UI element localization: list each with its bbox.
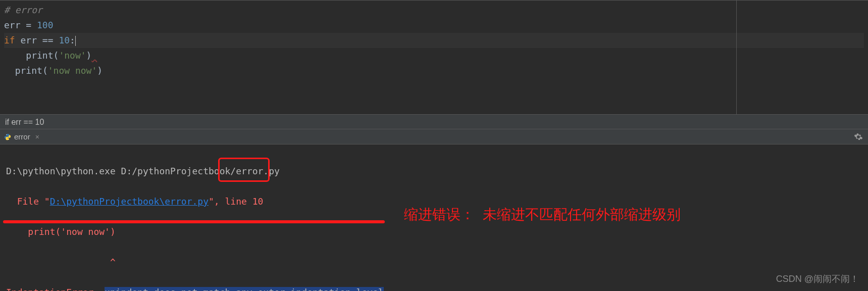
python-file-icon xyxy=(4,133,11,140)
watermark: CSDN @闹闹不闹！ xyxy=(776,273,859,285)
gear-icon[interactable] xyxy=(854,132,863,143)
svg-point-1 xyxy=(9,138,9,139)
selected-error-text: unindent does not match any outer indent… xyxy=(105,287,384,291)
console-line-error: IndentationError: unindent does not matc… xyxy=(6,285,862,291)
breadcrumb-text: if err == 10 xyxy=(5,118,44,126)
code-line-4: print('now') xyxy=(4,48,864,63)
error-file-link[interactable]: D:\pythonProjectbook\error.py xyxy=(50,196,209,207)
run-tool-window-tabs: error × xyxy=(0,129,868,144)
code-line-5: print('now now') xyxy=(4,63,864,78)
code-line-3: if err == 10: xyxy=(4,33,864,48)
run-tab-error[interactable]: error × xyxy=(4,132,39,141)
annotation-underline xyxy=(3,220,385,223)
console-line-file: File "D:\pythonProjectbook\error.py", li… xyxy=(6,194,862,209)
code-editor[interactable]: # error err = 100 if err == 10: print('n… xyxy=(0,0,868,114)
editor-split-line xyxy=(736,1,737,115)
run-tab-label: error xyxy=(14,132,30,141)
close-icon[interactable]: × xyxy=(35,133,39,141)
code-line-2: err = 100 xyxy=(4,18,864,33)
code-line-1: # error xyxy=(4,3,864,18)
annotation-text: 缩进错误： 未缩进不匹配任何外部缩进级别 xyxy=(404,207,681,222)
svg-point-0 xyxy=(6,134,7,135)
console-line-cmd: D:\python\python.exe D:/pythonProjectboo… xyxy=(6,164,862,179)
breadcrumb[interactable]: if err == 10 xyxy=(0,114,868,129)
console-line-caret: ^ xyxy=(6,255,862,270)
run-console[interactable]: D:\python\python.exe D:/pythonProjectboo… xyxy=(0,144,868,291)
text-cursor xyxy=(75,36,76,46)
console-line-code: print('now now') xyxy=(6,224,862,239)
